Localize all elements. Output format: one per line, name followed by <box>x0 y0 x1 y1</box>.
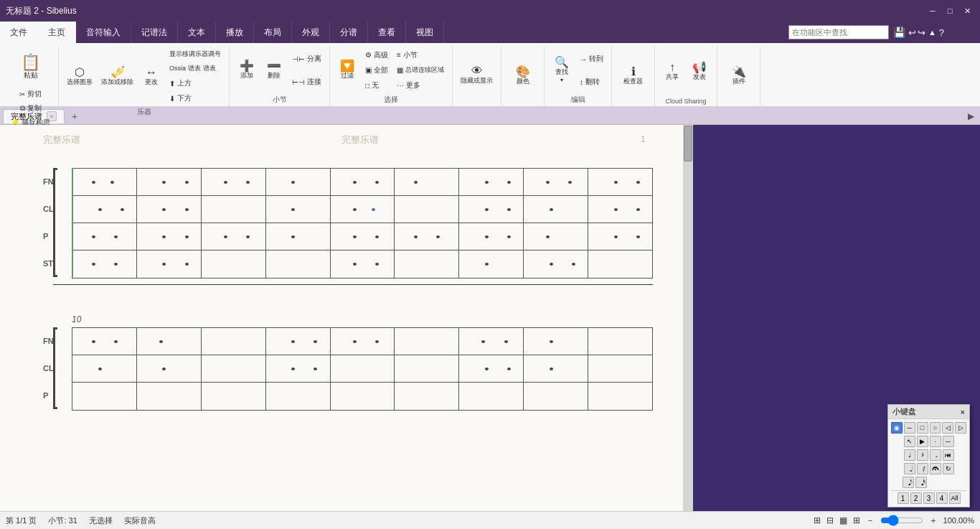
add-remove-button[interactable]: 🎺 添加或移除 <box>98 65 137 89</box>
mk-num-all[interactable]: All <box>949 492 961 504</box>
score-content: 完整乐谱 完整乐谱 1 FN CL P ST <box>0 125 693 511</box>
below-button[interactable]: ⬇ 下方 <box>166 91 225 106</box>
system-2: 10 FN CL P <box>0 306 689 411</box>
doc-tab-add-button[interactable]: + <box>67 109 82 123</box>
help-icon[interactable]: ? <box>939 27 944 38</box>
mk-btn-sharp[interactable]: ♯ <box>917 449 928 461</box>
mk-btn-minus[interactable]: ─ <box>943 436 954 447</box>
close-button[interactable]: ✕ <box>960 4 974 18</box>
tab-home[interactable]: 主页 <box>38 22 76 43</box>
color-button[interactable]: 🎨 颜色 <box>510 64 536 88</box>
change-button[interactable]: ↔ 更改 <box>138 65 164 89</box>
redo-icon[interactable]: ↪ <box>918 27 925 38</box>
status-grid-icon-1[interactable]: ⊞ <box>814 515 821 525</box>
mk-btn-loop[interactable]: ↻ <box>943 463 954 474</box>
mk-btn-play[interactable]: ◉ <box>891 422 903 434</box>
tab-note-input[interactable]: 音符输入 <box>76 22 131 43</box>
mini-keyboard-close[interactable]: × <box>961 408 965 416</box>
mk-btn-play2[interactable]: ▶ <box>917 436 928 447</box>
more-select-button[interactable]: ⋯ 更多 <box>393 78 448 93</box>
mk-btn-half2[interactable]: 𝅗𝅥 <box>904 463 915 474</box>
cut-button[interactable]: ✂ 剪切 <box>16 87 45 101</box>
m2-fn-9 <box>588 328 652 355</box>
p-row-2 <box>72 383 652 410</box>
save-icon[interactable]: 💾 <box>893 27 905 38</box>
score-area[interactable]: 完整乐谱 完整乐谱 1 FN CL P ST <box>0 125 693 511</box>
join-button[interactable]: ⊢⊣ 连接 <box>288 75 325 89</box>
tab-text[interactable]: 文本 <box>178 22 216 43</box>
filter-button[interactable]: 🔽 过滤 <box>334 58 360 83</box>
measure-p-6 <box>395 223 459 250</box>
app-title: 无标题 2 - Sibelius <box>6 5 77 17</box>
mk-btn-note3[interactable]: 𝄐 <box>930 463 941 474</box>
mk-num-2[interactable]: 2 <box>910 492 922 504</box>
tab-scroll-right-icon[interactable]: ▶ <box>965 111 977 121</box>
mk-btn-circle[interactable]: ○ <box>930 422 941 434</box>
zoom-in-icon[interactable]: ＋ <box>929 515 938 527</box>
status-grid-icon-2[interactable]: ⊟ <box>826 515 834 525</box>
show-transposing-button[interactable]: 显示移调乐器调号 <box>166 47 225 61</box>
m2-p-1 <box>72 383 137 410</box>
zoom-slider[interactable] <box>880 516 923 525</box>
ribbon-search-input[interactable] <box>788 25 889 39</box>
tab-file[interactable]: 文件 <box>0 22 38 43</box>
status-grid-icon-3[interactable]: ▦ <box>839 515 847 525</box>
full-score-button[interactable]: ▦ 总谱连续区域 <box>393 63 448 77</box>
mk-btn-8th[interactable]: 𝅘𝅥𝅮 <box>903 477 914 488</box>
mk-btn-right[interactable]: ▷ <box>955 422 966 434</box>
v-scrollbar[interactable] <box>683 125 693 511</box>
mk-btn-square[interactable]: □ <box>917 422 928 434</box>
up-icon[interactable]: ▲ <box>928 28 936 37</box>
copy-button[interactable]: ⧉ 复制 <box>17 101 45 116</box>
find-button[interactable]: 🔍 查找 ▾ <box>549 55 575 86</box>
delete-measure-button[interactable]: ➖ 删除 <box>261 58 287 83</box>
tab-review[interactable]: 查看 <box>368 22 406 43</box>
select-shape-button[interactable]: ⬡ 选择图形 <box>63 65 96 89</box>
mk-btn-dot[interactable]: · <box>930 436 941 447</box>
staff-labels-2: FN CL P <box>43 327 54 409</box>
none-select-button[interactable]: □ 无 <box>362 78 392 93</box>
measure-cl-4 <box>266 196 331 223</box>
publish-button[interactable]: 📢 发表 <box>687 60 712 84</box>
tab-notation[interactable]: 记谱法 <box>131 22 178 43</box>
status-grid-icon-4[interactable]: ⊞ <box>853 515 860 525</box>
inspector-button[interactable]: ℹ 检查器 <box>620 64 646 88</box>
mk-btn-note2[interactable]: 𝅁 <box>917 463 928 474</box>
mk-num-3[interactable]: 3 <box>923 492 935 504</box>
goto-button[interactable]: → 转到 <box>576 52 607 66</box>
advanced-label: 高级 <box>374 50 388 60</box>
all-select-button[interactable]: ▣ 全部 <box>362 63 392 78</box>
mk-btn-hnote[interactable]: 𝅗 <box>930 449 941 461</box>
note-dot <box>121 208 124 211</box>
zoom-out-icon[interactable]: － <box>866 515 875 527</box>
mk-num-1[interactable]: 1 <box>897 492 909 504</box>
plugins-button[interactable]: 🔌 插件 <box>726 64 752 88</box>
minimize-button[interactable]: ─ <box>925 4 940 18</box>
tab-playback[interactable]: 播放 <box>216 22 254 43</box>
measures-select-button[interactable]: ≡ 小节 <box>393 48 448 62</box>
mk-num-4[interactable]: 4 <box>936 492 948 504</box>
above-button[interactable]: ⬆ 上方 <box>166 76 225 90</box>
mk-btn-16th[interactable]: 𝅘𝅥𝅯 <box>915 477 927 488</box>
none-label: 无 <box>372 80 379 90</box>
advanced-select-button[interactable]: ⚙ 高级 <box>362 48 392 62</box>
tab-parts[interactable]: 分谱 <box>330 22 368 43</box>
mk-btn-dash[interactable]: ─ <box>904 422 915 434</box>
undo-icon[interactable]: ↩ <box>908 27 916 38</box>
share-button[interactable]: ↑ 共享 <box>659 60 685 84</box>
split-button[interactable]: ⊣⊢ 分离 <box>288 52 325 66</box>
paste-button[interactable]: 📋 粘贴 <box>14 47 48 87</box>
tab-appearance[interactable]: 外观 <box>292 22 330 43</box>
maximize-button[interactable]: □ <box>943 4 957 18</box>
mk-btn-cursor[interactable]: ↖ <box>904 436 915 447</box>
flip-button[interactable]: ↕ 翻转 <box>576 75 607 89</box>
tab-layout[interactable]: 布局 <box>254 22 292 43</box>
mk-btn-left[interactable]: ◁ <box>942 422 953 434</box>
v-scrollbar-thumb[interactable] <box>684 126 692 161</box>
mk-btn-rewind[interactable]: ⏮ <box>943 449 954 461</box>
ossia-button[interactable]: Ossia 谱表 谱表 <box>166 62 225 75</box>
add-measure-button[interactable]: ➕ 添加 <box>234 58 260 83</box>
mk-btn-qnote[interactable]: ♩ <box>904 449 915 461</box>
tab-view[interactable]: 视图 <box>406 22 444 43</box>
toggle-show-button[interactable]: 👁 隐藏或显示 <box>457 63 496 88</box>
